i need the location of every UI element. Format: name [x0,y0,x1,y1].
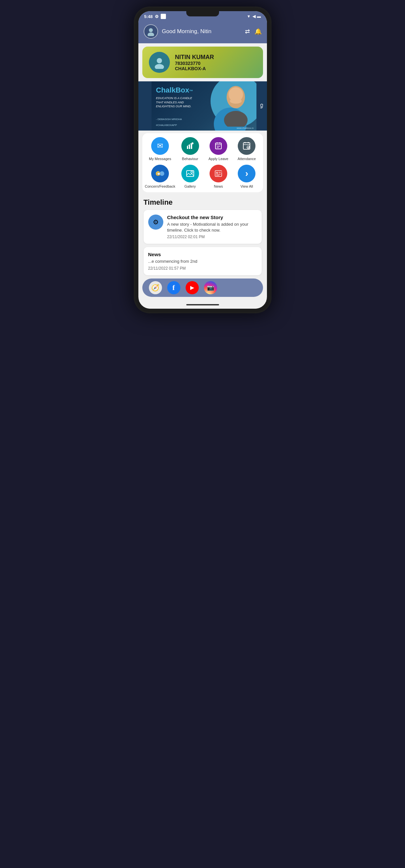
status-time: 5:48 [144,14,153,19]
status-right: ▼ ◀ ▬ [247,14,261,19]
menu-item-leave[interactable]: Apply Leave [205,137,232,161]
menu-item-attendance[interactable]: Attendance [233,137,260,161]
youtube-button[interactable]: ▶ [186,281,199,294]
concern-icon: 💬 [151,165,169,182]
battery-icon: ▬ [257,14,261,19]
transfer-icon[interactable]: ⇄ [245,28,250,35]
app-header: Good Morning, Nitin ⇄ 🔔 [138,21,267,43]
svg-rect-10 [191,144,192,149]
svg-point-3 [155,64,164,69]
attendance-label: Attendance [238,157,256,161]
banner-main[interactable]: ChalkBox™ EDUCATION IS A CANDLE THAT KIN… [152,81,256,130]
svg-point-27 [191,171,193,173]
signal-icon: ◀ [252,14,255,19]
menu-grid: ✉ My Messages Behaviour [145,137,260,188]
banner-author: - DEBASISH MRIDHA [156,118,182,121]
banner-person-svg [221,84,251,127]
svg-rect-9 [189,145,190,149]
status-left: 5:48 ⚙ [144,14,166,19]
profile-info: NITIN KUMAR 7830323770 CHALKBOX-A [175,54,256,71]
concern-label: Concern/Feedback [145,184,176,188]
profile-org: CHALKBOX-A [175,66,256,71]
svg-point-2 [157,58,162,63]
menu-item-news[interactable]: NEWS News [205,165,232,188]
facebook-button[interactable]: f [167,281,180,294]
svg-point-0 [149,28,153,32]
home-indicator [138,301,267,309]
gallery-icon [181,165,199,182]
messages-label: My Messages [149,157,171,161]
menu-item-messages[interactable]: ✉ My Messages [145,137,176,161]
news-label: News [214,184,223,188]
news-icon: NEWS [210,165,227,182]
svg-text:💬: 💬 [157,172,160,176]
svg-rect-8 [187,146,188,149]
banner-logo: ChalkBox™ [156,86,193,94]
home-bar [186,304,219,305]
banner-side-right: Ch [256,81,267,130]
menu-grid-container: ✉ My Messages Behaviour [142,133,263,192]
profile-name: NITIN KUMAR [175,54,256,61]
status-square [161,14,166,19]
viewall-label: View All [240,184,253,188]
banner-side-left [138,81,152,130]
banner-hashtag: #CHALKBOXAPP [156,124,177,127]
bottom-social-bar: 🧭 f ▶ 📷 [142,279,263,297]
settings-icon: ⚙ [155,14,159,19]
svg-point-24 [160,171,164,176]
menu-item-viewall[interactable]: › View All [233,165,260,188]
bell-icon[interactable]: 🔔 [254,28,262,35]
banner-person [221,84,251,128]
timeline-story-time: 22/11/2022 02:01 PM [167,235,257,239]
svg-point-1 [148,32,154,36]
news-card-time: 22/11/2022 01:57 PM [148,266,257,271]
timeline-story-body: A new story - Motivational is added on y… [167,221,257,233]
timeline-card-story[interactable]: ⚙ Checkout the new Story A new story - M… [144,210,262,244]
menu-item-behaviour[interactable]: Behaviour [177,137,203,161]
profile-avatar-icon [153,56,166,69]
leave-label: Apply Leave [209,157,228,161]
behaviour-icon [181,137,199,155]
leave-icon [210,137,227,155]
news-card-title: News [148,252,257,257]
banner-carousel: ChalkBox™ EDUCATION IS A CANDLE THAT KIN… [138,81,267,130]
menu-item-gallery[interactable]: Gallery [177,165,203,188]
svg-point-7 [230,98,242,104]
timeline-section: Timeline ⚙ Checkout the new Story A new … [138,195,267,275]
timeline-story-icon: ⚙ [148,215,163,229]
news-card-partial[interactable]: News ...e commencing from 2nd 22/11/2022… [144,247,262,275]
messages-icon: ✉ [151,137,169,155]
viewall-icon: › [238,165,255,182]
compass-button[interactable]: 🧭 [149,281,162,294]
wifi-icon: ▼ [247,14,251,19]
gallery-label: Gallery [184,184,196,188]
timeline-story-content: Checkout the new Story A new story - Mot… [167,215,257,239]
header-avatar[interactable] [144,24,158,39]
profile-phone: 7830323770 [175,61,256,66]
menu-item-concern[interactable]: 💬 Concern/Feedback [145,165,176,188]
profile-avatar [149,52,170,73]
profile-card: NITIN KUMAR 7830323770 CHALKBOX-A [142,46,263,78]
avatar-icon [146,27,155,36]
attendance-icon [238,137,255,155]
news-card-body: ...e commencing from 2nd [148,258,257,265]
phone-screen: 5:48 ⚙ ▼ ◀ ▬ Good Morning, Nitin ⇄ 🔔 [138,11,267,309]
behaviour-label: Behaviour [182,157,198,161]
camera-notch [186,11,219,17]
svg-text:NEWS: NEWS [216,170,223,173]
header-greeting: Good Morning, Nitin [162,28,241,35]
svg-point-5 [224,111,248,127]
header-icons: ⇄ 🔔 [245,28,262,35]
timeline-title: Timeline [144,198,262,207]
banner-quote: EDUCATION IS A CANDLE THAT KINDLES AND E… [156,96,199,108]
instagram-button[interactable]: 📷 [204,281,217,294]
svg-rect-12 [215,143,221,149]
timeline-story-title: Checkout the new Story [167,215,257,220]
phone-frame: 5:48 ⚙ ▼ ◀ ▬ Good Morning, Nitin ⇄ 🔔 [134,6,272,313]
